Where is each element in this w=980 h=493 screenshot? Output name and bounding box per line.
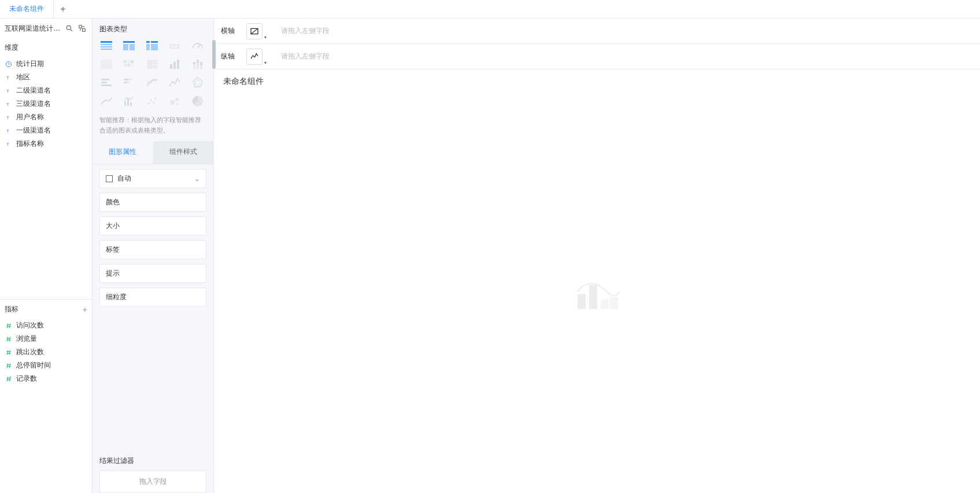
square-icon (106, 175, 113, 182)
svg-text:T: T (6, 75, 9, 80)
config-panel: 图表类型 123 (93, 19, 214, 493)
filter-dropzone[interactable]: 拖入字段 (99, 470, 206, 493)
y-axis-row: 纵轴 ▾ 请拖入左侧字段 (214, 44, 980, 69)
prop-tooltip[interactable]: 提示 (99, 264, 206, 283)
chart-type-table3[interactable] (145, 40, 159, 51)
svg-rect-44 (101, 79, 109, 80)
svg-rect-19 (146, 41, 150, 43)
x-axis-dropzone[interactable]: 请拖入左侧字段 (276, 23, 973, 39)
field-label: 三级渠道名 (16, 99, 51, 109)
chart-type-heatmap[interactable] (122, 58, 136, 70)
dimension-item[interactable]: T地区 (0, 71, 92, 84)
metric-item[interactable]: 访问次数 (0, 319, 92, 332)
svg-rect-26 (124, 60, 127, 63)
chart-type-description: 智能推荐：根据拖入的字段智能推荐合适的图表或表格类型。 (93, 112, 213, 141)
text-icon: T (5, 87, 13, 95)
prop-label[interactable]: 标签 (99, 240, 206, 259)
mark-type-select[interactable]: 自动 ⌄ (99, 169, 206, 188)
chart-type-scatter[interactable] (145, 95, 159, 107)
metric-item[interactable]: 跳出次数 (0, 345, 92, 359)
svg-text:T: T (6, 115, 9, 120)
dimension-item[interactable]: T一级渠道名 (0, 124, 92, 137)
svg-rect-3 (83, 29, 86, 32)
chart-type-hbar-stacked[interactable] (122, 77, 136, 89)
mark-type-label: 自动 (117, 174, 131, 183)
dimension-item[interactable]: T二级渠道名 (0, 84, 92, 97)
x-axis-type-button[interactable]: ▾ (246, 23, 262, 39)
svg-line-24 (198, 45, 200, 48)
prop-size[interactable]: 大小 (99, 216, 206, 236)
tab-graphic-attrs[interactable]: 图形属性 (93, 141, 153, 164)
prop-granularity[interactable]: 细粒度 (99, 288, 206, 307)
svg-rect-48 (128, 79, 132, 80)
svg-point-62 (176, 103, 179, 105)
dimension-item[interactable]: 统计日期 (0, 57, 92, 71)
y-axis-dropzone[interactable]: 请拖入左侧字段 (276, 48, 973, 65)
svg-rect-28 (131, 60, 134, 63)
tab-add-button[interactable]: + (54, 4, 72, 14)
datasource-name: 互联网渠道统计数据 (5, 24, 62, 34)
chart-type-line[interactable] (99, 95, 113, 107)
svg-marker-52 (195, 80, 200, 85)
chart-type-pivot[interactable] (99, 58, 113, 70)
field-label: 用户名称 (16, 112, 44, 122)
chart-type-area[interactable] (145, 77, 159, 89)
tab-label: 未命名组件 (9, 4, 44, 14)
svg-rect-43 (200, 62, 202, 65)
chart-type-gauge[interactable] (191, 40, 205, 51)
datasource-switch-icon[interactable] (77, 23, 87, 34)
chart-placeholder-icon (574, 274, 620, 313)
chart-type-bar-stacked[interactable] (191, 58, 205, 70)
svg-rect-35 (170, 64, 172, 69)
svg-rect-30 (127, 64, 130, 67)
svg-rect-14 (101, 46, 112, 47)
chart-type-table[interactable] (99, 40, 113, 51)
dimension-item[interactable]: T用户名称 (0, 111, 92, 124)
chart-type-table2[interactable] (122, 40, 136, 51)
field-label: 访问次数 (16, 321, 44, 330)
metric-item[interactable]: 记录数 (0, 372, 92, 385)
svg-point-0 (66, 25, 71, 30)
field-label: 浏览量 (16, 334, 37, 344)
dimension-item[interactable]: T三级渠道名 (0, 97, 92, 111)
chart-type-radar[interactable] (191, 77, 205, 89)
tab-active[interactable]: 未命名组件 (0, 0, 54, 19)
fields-panel: 互联网渠道统计数据 维度 统计日期 T地区 T二级渠道名 T三级渠道名 T用户名… (0, 19, 93, 493)
svg-rect-38 (193, 64, 195, 69)
chart-type-scrollbar[interactable] (212, 40, 216, 69)
svg-rect-27 (127, 60, 130, 63)
chart-type-pie[interactable] (191, 95, 205, 107)
svg-line-1 (71, 30, 72, 31)
svg-point-56 (147, 103, 149, 105)
add-metric-button[interactable]: + (83, 305, 87, 314)
y-axis-type-button[interactable]: ▾ (246, 49, 262, 65)
prop-color[interactable]: 颜色 (99, 193, 206, 212)
chart-type-bubble[interactable] (168, 95, 182, 107)
metric-item[interactable]: 浏览量 (0, 332, 92, 345)
tab-component-style[interactable]: 组件样式 (153, 141, 214, 164)
field-label: 总停留时间 (16, 360, 51, 370)
chart-type-kpi[interactable]: 123 (168, 40, 182, 51)
svg-point-11 (10, 376, 12, 377)
search-icon[interactable] (64, 23, 75, 34)
chart-type-hbar[interactable] (99, 77, 113, 89)
canvas-title[interactable]: 未命名组件 (214, 69, 980, 94)
svg-rect-65 (578, 294, 586, 309)
field-label: 跳出次数 (16, 347, 44, 357)
chart-type-bar[interactable] (168, 58, 182, 70)
hash-icon (5, 348, 13, 356)
svg-point-61 (175, 98, 179, 101)
chart-type-line-area[interactable] (168, 77, 182, 89)
chart-type-combo[interactable] (122, 95, 136, 107)
svg-rect-22 (151, 44, 158, 50)
svg-point-60 (170, 100, 175, 105)
dimension-item[interactable]: T指标名称 (0, 137, 92, 150)
svg-rect-13 (101, 44, 112, 45)
x-axis-label: 横轴 (221, 26, 242, 36)
metric-item[interactable]: 总停留时间 (0, 359, 92, 372)
chevron-down-icon: ▾ (264, 35, 267, 40)
text-icon: T (5, 127, 13, 135)
chevron-down-icon: ▾ (264, 60, 267, 65)
svg-rect-40 (197, 63, 199, 69)
chart-type-treemap[interactable] (145, 58, 159, 70)
